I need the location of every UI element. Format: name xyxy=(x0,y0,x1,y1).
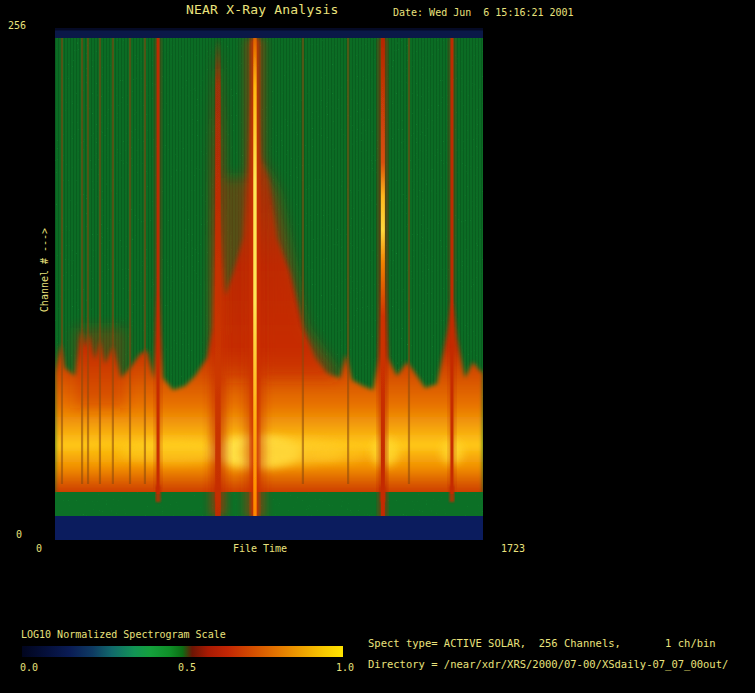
colorbar-tick-0: 0.0 xyxy=(20,662,38,674)
directory-line: Directory = /near/xdr/XRS/2000/07-00/XSd… xyxy=(368,658,728,670)
colorbar-gradient xyxy=(22,646,343,657)
date-label: Date: Wed Jun 6 15:16:21 2001 xyxy=(393,7,574,19)
x-axis-min-tick: 0 xyxy=(36,543,42,555)
spectrogram-plot xyxy=(55,28,483,540)
y-axis-min-tick: 0 xyxy=(16,529,22,541)
x-axis-max-tick: 1723 xyxy=(501,543,525,555)
spect-type-line: Spect type= ACTIVE SOLAR, 256 Channels, … xyxy=(368,637,716,649)
page-title: NEAR X-Ray Analysis xyxy=(186,4,339,16)
colorbar-tick-05: 0.5 xyxy=(178,662,196,674)
bottom-margin-band xyxy=(55,516,483,540)
x-axis-label: File Time xyxy=(55,543,465,555)
colorbar-tick-1: 1.0 xyxy=(336,662,354,674)
near-xray-analysis-window: NEAR X-Ray Analysis Date: Wed Jun 6 15:1… xyxy=(0,0,755,693)
colorbar-label: LOG10 Normalized Spectrogram Scale xyxy=(21,629,226,641)
y-axis-label: Channel # ---> xyxy=(39,228,50,312)
y-axis-max-tick: 256 xyxy=(8,20,26,32)
